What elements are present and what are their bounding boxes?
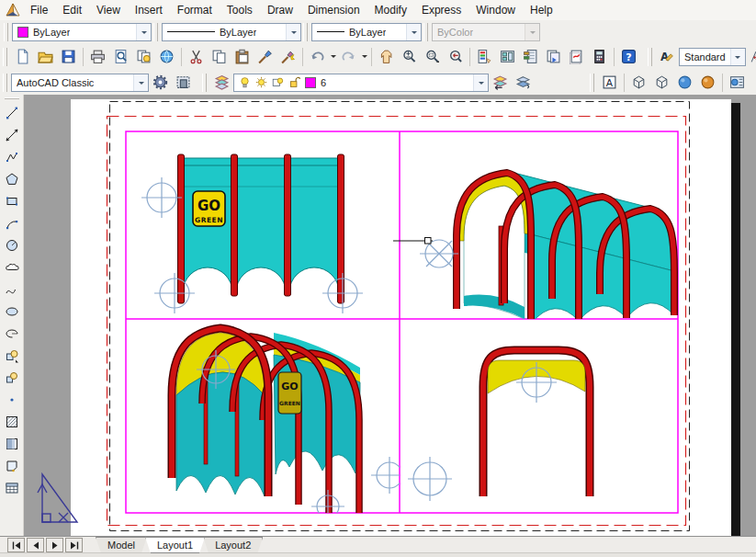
chevron-down-icon[interactable] [133, 74, 148, 91]
next-tab-button[interactable] [46, 538, 63, 552]
toolbar-grip[interactable] [590, 74, 594, 92]
menu-view[interactable]: View [89, 1, 128, 20]
toolbar-grip[interactable] [303, 23, 308, 41]
chevron-down-icon[interactable] [406, 24, 421, 40]
new-button[interactable] [11, 45, 34, 68]
help-button[interactable]: ? [617, 45, 640, 68]
spline-button[interactable] [1, 278, 23, 301]
copy-button[interactable] [208, 45, 231, 68]
2d-wireframe-button[interactable]: A [598, 71, 621, 94]
last-tab-button[interactable] [65, 538, 83, 552]
my-workspace-button[interactable] [172, 71, 195, 94]
layer-previous-button[interactable] [489, 71, 512, 94]
line-button[interactable] [1, 102, 23, 124]
viewport-freeze-icon[interactable] [272, 76, 284, 88]
menu-insert[interactable]: Insert [128, 1, 170, 20]
menu-draw[interactable]: Draw [260, 1, 300, 20]
tool-palettes-button[interactable] [519, 45, 542, 68]
web-button[interactable] [155, 45, 178, 68]
circle-button[interactable] [1, 234, 23, 256]
tab-layout1[interactable]: Layout1 [145, 537, 205, 553]
tab-layout2[interactable]: Layout2 [203, 537, 263, 553]
match-properties-button[interactable] [254, 45, 276, 68]
lineweight-control-combo[interactable]: ByLayer [311, 23, 422, 41]
menu-format[interactable]: Format [170, 1, 220, 20]
construction-line-button[interactable] [1, 124, 23, 146]
chevron-down-icon[interactable] [136, 24, 151, 40]
text-style-combo[interactable]: Standard [679, 48, 746, 66]
toolbar-grip[interactable] [202, 74, 207, 92]
menu-express[interactable]: Express [414, 1, 468, 20]
drawing-area[interactable]: GO GREEN [24, 95, 756, 536]
plot-button[interactable] [86, 45, 109, 68]
open-button[interactable] [34, 45, 57, 68]
revcloud-button[interactable] [1, 256, 23, 278]
designcenter-button[interactable] [496, 45, 519, 68]
toolbar-grip[interactable] [648, 48, 652, 66]
layer-states-button[interactable] [512, 71, 535, 94]
pan-button[interactable] [375, 45, 398, 68]
undo-dropdown[interactable] [329, 46, 337, 67]
tab-model[interactable]: Model [96, 537, 147, 553]
chevron-down-icon[interactable] [730, 49, 745, 65]
undo-button[interactable] [306, 45, 329, 68]
dimension-style-button[interactable] [746, 45, 756, 68]
menu-help[interactable]: Help [523, 1, 560, 20]
publish-button[interactable] [132, 45, 155, 68]
gradient-button[interactable] [1, 433, 23, 455]
layer-control-combo[interactable]: 6 [233, 74, 489, 92]
toolbar-grip[interactable] [3, 74, 7, 92]
menu-modify[interactable]: Modify [367, 1, 414, 20]
toolbar-grip[interactable] [4, 23, 8, 41]
properties-button[interactable] [473, 45, 496, 68]
zoom-previous-button[interactable] [444, 45, 467, 68]
previous-tab-button[interactable] [27, 538, 44, 552]
region-button[interactable] [1, 455, 23, 477]
3d-hidden-button[interactable] [650, 71, 673, 94]
conceptual-button[interactable] [696, 71, 719, 94]
color-control-combo[interactable]: ByLayer [12, 23, 152, 41]
menu-window[interactable]: Window [468, 1, 523, 20]
sun-icon[interactable] [255, 76, 267, 88]
toolbar-grip[interactable] [3, 48, 7, 66]
block-editor-button[interactable] [276, 45, 299, 68]
unlock-icon[interactable] [288, 76, 300, 88]
layout-canvas[interactable]: GO GREEN [24, 95, 756, 536]
toolbar-grip[interactable] [153, 23, 158, 41]
redo-button[interactable] [337, 45, 360, 68]
visual-styles-manager-button[interactable] [726, 71, 749, 94]
arc-button[interactable] [1, 212, 23, 234]
point-button[interactable] [1, 389, 23, 411]
menu-tools[interactable]: Tools [220, 1, 260, 20]
chevron-down-icon[interactable] [473, 74, 488, 91]
layer-properties-button[interactable] [210, 71, 233, 94]
menu-file[interactable]: File [23, 1, 55, 20]
workspace-combo[interactable]: AutoCAD Classic [11, 74, 149, 92]
ellipse-button[interactable] [1, 301, 23, 323]
ellipse-arc-button[interactable] [1, 323, 23, 345]
polygon-button[interactable] [1, 168, 23, 190]
redo-dropdown[interactable] [360, 46, 368, 67]
hatch-button[interactable] [1, 411, 23, 433]
menu-edit[interactable]: Edit [55, 1, 89, 20]
zoom-realtime-button[interactable] [398, 45, 421, 68]
insert-block-button[interactable] [1, 345, 23, 367]
save-button[interactable] [57, 45, 80, 68]
workspace-settings-button[interactable] [149, 71, 172, 94]
polyline-button[interactable] [1, 146, 23, 168]
zoom-window-button[interactable] [421, 45, 444, 68]
bulb-on-icon[interactable] [239, 76, 251, 88]
sheet-set-manager-button[interactable] [542, 45, 565, 68]
chevron-down-icon[interactable] [286, 24, 300, 40]
plot-preview-button[interactable] [109, 45, 132, 68]
table-button[interactable] [1, 477, 23, 499]
toolbar-grip[interactable] [5, 97, 19, 99]
linetype-control-combo[interactable]: ByLayer [162, 23, 301, 41]
cut-button[interactable] [185, 45, 208, 68]
paste-button[interactable] [231, 45, 254, 68]
rectangle-button[interactable] [1, 190, 23, 212]
quickcalc-button[interactable] [588, 45, 611, 68]
make-block-button[interactable] [1, 367, 23, 389]
realistic-button[interactable] [673, 71, 696, 94]
3d-wireframe-button[interactable] [627, 71, 650, 94]
